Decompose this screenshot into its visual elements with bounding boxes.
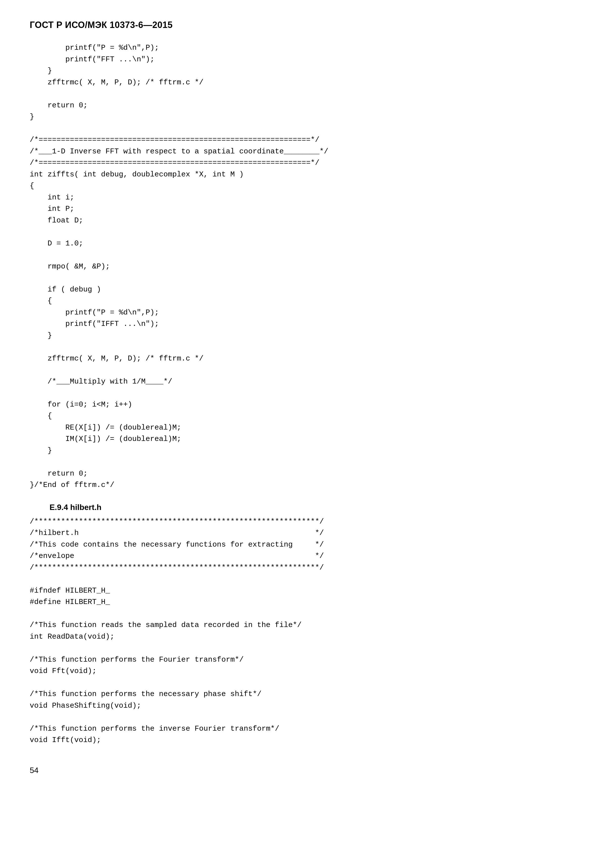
hilbert-code-block: /***************************************… [30, 516, 584, 746]
section-heading: E.9.4 hilbert.h [50, 503, 584, 512]
page-number: 54 [30, 766, 584, 775]
top-code-block: printf("P = %d\n",P); printf("FFT ...\n"… [30, 42, 584, 491]
page-header: ГОСТ Р ИСО/МЭК 10373-6—2015 [30, 20, 584, 30]
